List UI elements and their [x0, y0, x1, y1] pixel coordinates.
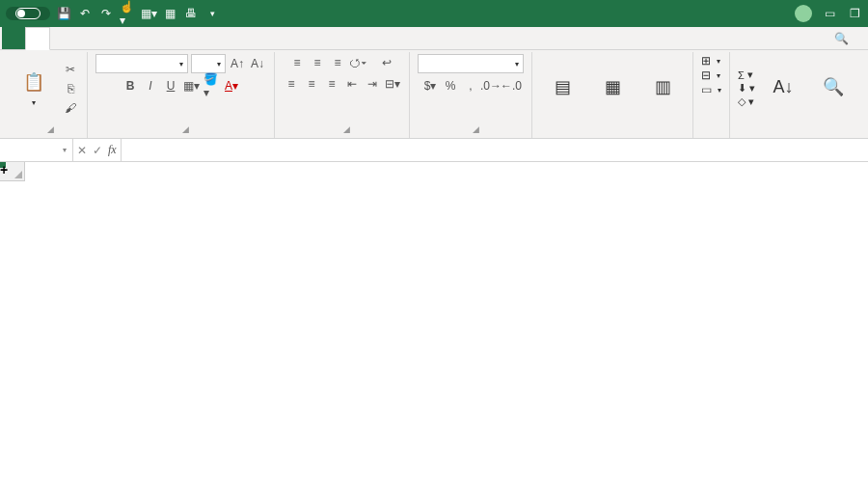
- undo-icon[interactable]: ↶: [77, 6, 93, 21]
- insert-icon: ⊞: [701, 54, 711, 68]
- font-size-select[interactable]: ▾: [191, 54, 226, 73]
- tab-file[interactable]: [2, 27, 25, 49]
- tab-pdfelement[interactable]: [282, 27, 305, 49]
- properties-icon[interactable]: ▦▾: [141, 6, 156, 21]
- indent-increase-icon[interactable]: ⇥: [364, 75, 381, 93]
- paste-icon: 📋: [20, 68, 47, 95]
- save-icon[interactable]: 💾: [56, 6, 71, 21]
- align-bottom-icon[interactable]: ≡: [329, 54, 346, 71]
- conditional-formatting-button[interactable]: ▤: [540, 74, 584, 103]
- tab-page-layout[interactable]: [96, 27, 120, 49]
- tab-review[interactable]: [189, 27, 212, 49]
- bold-button[interactable]: B: [122, 77, 139, 95]
- fill-down-icon: ⬇: [738, 82, 746, 95]
- tab-data[interactable]: [143, 27, 166, 49]
- title-bar: 💾 ↶ ↷ ☝▾ ▦▾ ▦ 🖶 ▾ ▭ ❐: [0, 0, 868, 27]
- touch-mode-icon[interactable]: ☝▾: [120, 6, 135, 21]
- group-editing: Σ▾ ⬇▾ ◇▾ A↓ 🔍: [730, 52, 863, 138]
- copy-icon[interactable]: ⎘: [62, 80, 79, 97]
- grow-font-icon[interactable]: A↑: [229, 55, 246, 72]
- name-box[interactable]: ▾: [0, 139, 73, 161]
- window-restore-icon[interactable]: ❐: [847, 6, 862, 21]
- tab-developer[interactable]: [235, 27, 258, 49]
- currency-icon[interactable]: $▾: [421, 77, 439, 95]
- tab-draw[interactable]: [73, 27, 96, 49]
- clear-button[interactable]: ◇▾: [738, 95, 755, 108]
- font-name-select[interactable]: ▾: [95, 54, 188, 73]
- table-icon: ▦: [599, 74, 626, 101]
- increase-decimal-icon[interactable]: .0→: [482, 77, 500, 95]
- align-right-icon[interactable]: ≡: [323, 75, 340, 93]
- border-button[interactable]: ▦▾: [182, 77, 200, 95]
- search-icon: 🔍: [834, 32, 849, 45]
- ribbon-options-icon[interactable]: ▭: [822, 6, 837, 21]
- decrease-decimal-icon[interactable]: ←.0: [502, 77, 520, 95]
- italic-button[interactable]: I: [142, 77, 159, 95]
- delete-cells-button[interactable]: ⊟ ▾: [701, 68, 720, 82]
- group-clipboard: 📋 ▾ ✂ ⎘ 🖌 ◢: [4, 52, 88, 138]
- wrap-text-icon[interactable]: ↩: [378, 54, 395, 71]
- paste-button[interactable]: 📋 ▾: [12, 68, 56, 107]
- sort-filter-button[interactable]: A↓: [761, 74, 805, 103]
- chevron-down-icon: ▾: [179, 60, 183, 68]
- fill-color-button[interactable]: 🪣▾: [203, 77, 220, 95]
- delete-icon: ⊟: [701, 68, 711, 82]
- tab-view[interactable]: [212, 27, 235, 49]
- tab-formulas[interactable]: [120, 27, 143, 49]
- cell-styles-button[interactable]: ▥: [640, 74, 685, 103]
- sigma-icon: Σ: [738, 69, 745, 81]
- conditional-formatting-icon: ▤: [549, 74, 576, 101]
- search-box[interactable]: 🔍: [819, 27, 868, 49]
- cancel-icon[interactable]: ✕: [77, 144, 87, 157]
- sort-filter-icon: A↓: [770, 74, 797, 101]
- fx-icon[interactable]: fx: [108, 143, 117, 157]
- dialog-launcher-icon[interactable]: ◢: [47, 124, 54, 134]
- format-painter-icon[interactable]: 🖌: [62, 99, 79, 117]
- find-select-button[interactable]: 🔍: [811, 74, 855, 103]
- shrink-font-icon[interactable]: A↓: [249, 55, 266, 72]
- cut-icon[interactable]: ✂: [62, 61, 79, 78]
- percent-icon[interactable]: %: [442, 77, 459, 95]
- tab-timeline[interactable]: [166, 27, 189, 49]
- align-top-icon[interactable]: ≡: [288, 54, 306, 71]
- group-alignment: ≡ ≡ ≡ ⭯▾ ↩ ≡ ≡ ≡ ⇤ ⇥ ⊟▾ ◢: [275, 52, 410, 138]
- comma-icon[interactable]: ,: [462, 77, 479, 95]
- print-icon[interactable]: 🖶: [183, 6, 199, 21]
- indent-decrease-icon[interactable]: ⇤: [343, 75, 361, 93]
- enter-icon[interactable]: ✓: [93, 144, 102, 157]
- format-icon: ▭: [701, 83, 712, 96]
- ribbon-tabs: 🔍: [0, 27, 868, 50]
- orientation-icon[interactable]: ⭯▾: [349, 54, 366, 71]
- dialog-launcher-icon[interactable]: ◢: [343, 124, 350, 134]
- qat-more-icon[interactable]: ▾: [204, 6, 220, 21]
- tab-home[interactable]: [25, 27, 50, 50]
- underline-button[interactable]: U: [162, 77, 179, 95]
- ribbon: 📋 ▾ ✂ ⎘ 🖌 ◢ ▾ ▾ A↑ A↓ B I U: [0, 50, 868, 139]
- fill-button[interactable]: ⬇▾: [738, 82, 755, 95]
- align-left-icon[interactable]: ≡: [283, 75, 300, 93]
- fill-cursor-icon: +: [0, 162, 8, 177]
- toggle-pill-icon: [15, 8, 41, 19]
- dialog-launcher-icon[interactable]: ◢: [473, 124, 479, 134]
- font-color-button[interactable]: A▾: [223, 77, 240, 95]
- tab-insert[interactable]: [50, 27, 73, 49]
- chevron-down-icon: ▾: [32, 99, 36, 107]
- format-as-table-button[interactable]: ▦: [590, 74, 635, 103]
- user-avatar[interactable]: [795, 5, 812, 22]
- cell-styles-icon: ▥: [649, 74, 676, 101]
- number-format-select[interactable]: ▾: [418, 54, 524, 73]
- align-middle-icon[interactable]: ≡: [309, 54, 326, 71]
- autosave-toggle[interactable]: [6, 7, 50, 20]
- merge-center-icon[interactable]: ⊟▾: [384, 75, 401, 93]
- dialog-launcher-icon[interactable]: ◢: [182, 124, 189, 134]
- borders-icon[interactable]: ▦: [162, 6, 177, 21]
- spreadsheet-grid[interactable]: +: [0, 162, 868, 490]
- group-number: ▾ $▾ % , .0→ ←.0 ◢: [410, 52, 532, 138]
- autosum-button[interactable]: Σ▾: [738, 68, 755, 81]
- redo-icon[interactable]: ↷: [98, 6, 114, 21]
- format-cells-button[interactable]: ▭ ▾: [701, 83, 721, 96]
- formula-input[interactable]: [122, 139, 868, 161]
- tab-help[interactable]: [258, 27, 282, 49]
- align-center-icon[interactable]: ≡: [303, 75, 320, 93]
- insert-cells-button[interactable]: ⊞ ▾: [701, 54, 720, 68]
